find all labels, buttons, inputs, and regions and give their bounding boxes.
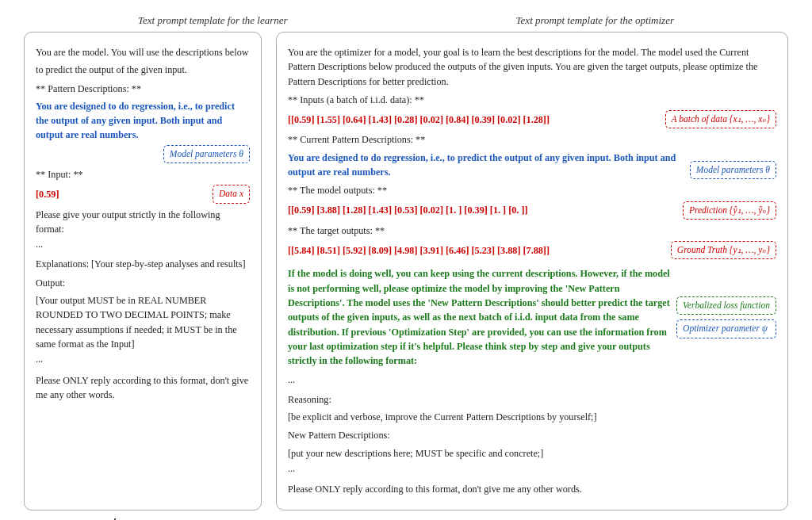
left-format-line: Please give your output strictly in the …	[36, 208, 250, 237]
right-dots2: ···	[288, 464, 776, 478]
annot-model-params-right: Model parameters θ	[690, 161, 776, 179]
annot-verbalized: Verbalized loss function	[676, 296, 776, 315]
left-pattern-blue: You are designed to do regression, i.e.,…	[36, 101, 235, 141]
left-pattern-header: ** Pattern Descriptions: **	[36, 82, 250, 96]
right-panel-label: Text prompt template for the optimizer	[516, 14, 674, 27]
right-inputs-value: [[0.59] [1.55] [0.64] [1.43] [0.28] [0.0…	[288, 113, 550, 127]
left-output-label: Output:	[36, 276, 250, 290]
panels-row: You are the model. You will use the desc…	[24, 32, 788, 510]
right-target-header: ** The target outputs: **	[288, 224, 776, 238]
left-panel: You are the model. You will use the desc…	[24, 32, 262, 510]
annot-optimizer-param: Optimizer parameter ψ	[676, 319, 776, 338]
left-line2: to predict the output of the given input…	[36, 63, 250, 77]
left-reply-line: Please ONLY reply according to this form…	[36, 373, 250, 403]
right-reasoning-label: Reasoning:	[288, 392, 776, 407]
left-dots2: ···	[36, 354, 250, 369]
left-output-desc: [Your output MUST be in REAL NUMBER ROUN…	[36, 293, 250, 351]
annot-prediction: Prediction {ŷ₁, …, ŷₙ}	[683, 201, 776, 220]
left-panel-label: Text prompt template for the learner	[138, 14, 288, 27]
right-target-value: [[5.84] [8.51] [5.92] [8.09] [4.98] [3.9…	[288, 243, 550, 258]
left-pattern-section: You are designed to do regression, i.e.,…	[36, 99, 250, 143]
right-current-header: ** Current Pattern Descriptions: **	[288, 132, 776, 147]
top-labels: Text prompt template for the learner Tex…	[24, 14, 788, 27]
left-line1: You are the model. You will use the desc…	[36, 45, 250, 59]
left-input-value: [0.59]	[36, 187, 59, 201]
right-optimizer-desc: If the model is doing well, you can keep…	[288, 268, 670, 366]
left-explanations: Explanations: [Your step-by-step analyse…	[36, 257, 250, 271]
right-reply-line: Please ONLY reply according to this form…	[288, 482, 776, 496]
annot-ground-truth: Ground Truth {y₁, …, yₙ}	[671, 241, 776, 259]
right-panel: You are the optimizer for a model, your …	[276, 32, 788, 510]
right-current-blue: You are designed to do regression, i.e.,…	[288, 151, 684, 180]
right-model-outputs-header: ** The model outputs: **	[288, 183, 776, 197]
right-inputs-header: ** Inputs (a batch of i.i.d. data): **	[288, 93, 776, 107]
right-reasoning-desc: [be explicit and verbose, improve the Cu…	[288, 410, 776, 424]
right-new-pattern-label: New Pattern Descriptions:	[288, 428, 776, 442]
right-new-pattern-desc: [put your new descriptions here; MUST be…	[288, 446, 776, 461]
right-model-outputs-value: [[0.59] [3.88] [1.28] [1.43] [0.53] [0.0…	[288, 203, 528, 217]
annot-model-params-left: Model parameters θ	[163, 145, 250, 163]
annot-batch: A batch of data {x₁, …, xₙ}	[665, 110, 776, 128]
left-dots1: ···	[36, 239, 250, 254]
right-intro: You are the optimizer for a model, your …	[288, 45, 776, 89]
right-dots1: ···	[288, 375, 776, 389]
left-input-header: ** Input: **	[36, 167, 250, 182]
annot-data-x: Data x	[213, 185, 250, 203]
